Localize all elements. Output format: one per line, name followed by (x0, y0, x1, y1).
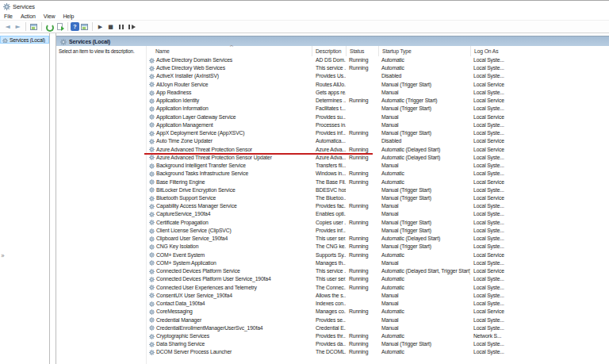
show-console-tree-icon[interactable] (29, 22, 39, 32)
gear-icon (3, 3, 10, 10)
toolbar: ◄►?▶■ (0, 21, 609, 33)
service-status (346, 316, 378, 324)
service-row[interactable]: Application IdentityDetermines ...Runnin… (147, 97, 609, 105)
service-row[interactable]: Connected Devices Platform User Service_… (147, 275, 609, 283)
service-description: Supports Sy... (312, 251, 346, 259)
service-row[interactable]: Background Tasks Infrastructure ServiceW… (147, 170, 609, 178)
service-status (346, 324, 378, 332)
service-startup-type: Manual (378, 292, 470, 300)
menu-action[interactable]: Action (17, 13, 40, 19)
service-startup-type: Manual (Trigger Start) (378, 105, 470, 113)
service-row[interactable]: Application InformationFacilitates t...M… (147, 105, 609, 113)
service-name: Bluetooth Support Service (156, 194, 216, 202)
service-status (346, 210, 378, 218)
service-row[interactable]: AllJoyn Router ServiceRoutes AllJo...Man… (147, 81, 609, 89)
service-row[interactable]: Certificate PropagationCopies user ...Ru… (147, 219, 609, 227)
service-description: The DCOML... (312, 348, 346, 356)
service-name-cell: Background Intelligent Transfer Service (147, 162, 312, 170)
stop-service-icon[interactable]: ■ (105, 22, 116, 32)
service-logon-as: Local Service (470, 146, 609, 154)
service-row[interactable]: Background Intelligent Transfer ServiceT… (147, 162, 609, 170)
column-header-status[interactable]: Status (346, 46, 378, 56)
service-description: Routes AllJo... (312, 81, 346, 89)
gear-icon (149, 171, 155, 177)
service-row[interactable]: CaptureService_190fa4Enables opti...Manu… (147, 210, 609, 218)
refresh-icon[interactable] (44, 22, 55, 32)
service-row[interactable]: Azure Advanced Threat Protection SensorA… (147, 146, 609, 154)
service-startup-type: Automatic (378, 170, 470, 178)
service-row[interactable]: Client License Service (ClipSVC)Provides… (147, 227, 609, 235)
service-description: Enables opti... (312, 210, 346, 218)
service-row[interactable]: DCOM Server Process LauncherThe DCOML...… (147, 348, 609, 356)
service-status (346, 162, 378, 170)
gear-icon (149, 309, 155, 315)
service-name-cell: Data Sharing Service (147, 340, 312, 348)
service-status: Running (346, 178, 378, 186)
service-row[interactable]: Connected User Experiences and Telemetry… (147, 284, 609, 292)
service-row[interactable]: AppX Deployment Service (AppXSVC)Provide… (147, 129, 609, 137)
services-pane: Services (Local) Select an item to view … (56, 33, 609, 364)
tree-item-services-local[interactable]: Services (Local) (0, 36, 49, 44)
menu-file[interactable]: File (0, 13, 17, 19)
column-header-startup-type[interactable]: Startup Type (378, 46, 470, 56)
service-row[interactable]: Clipboard User Service_190fa4This user s… (147, 235, 609, 243)
service-name: Application Layer Gateway Service (156, 113, 236, 121)
service-name: Credential Manager (156, 316, 201, 324)
show-hide-pane-icon[interactable] (79, 22, 90, 32)
forward-icon[interactable]: ► (13, 22, 23, 32)
service-row[interactable]: Active Directory Web ServicesThis servic… (147, 64, 609, 72)
service-logon-as: Local Syste... (470, 235, 609, 243)
service-row[interactable]: CredentialEnrollmentManagerUserSvc_190fa… (147, 324, 609, 332)
menu-help[interactable]: Help (59, 13, 78, 19)
restart-service-icon[interactable] (126, 22, 136, 32)
service-logon-as: Local Syste... (470, 284, 609, 292)
service-description: The Bluetoo... (312, 194, 346, 202)
column-header-log-on-as[interactable]: Log On As (470, 46, 609, 56)
service-row[interactable]: Azure Advanced Threat Protection Sensor … (147, 154, 609, 162)
service-row[interactable]: Base Filtering EngineThe Base Fil...Runn… (147, 178, 609, 186)
help-icon[interactable]: ? (71, 22, 79, 31)
service-row[interactable]: Auto Time Zone UpdaterAutomatica...Disab… (147, 137, 609, 145)
service-name: Clipboard User Service_190fa4 (156, 235, 228, 243)
service-rows: Active Directory Domain ServicesAD DS Do… (147, 56, 609, 357)
service-row[interactable]: App ReadinessGets apps re...ManualLocal … (147, 89, 609, 97)
service-row[interactable]: Contact Data_190fa4Indexes con...ManualL… (147, 300, 609, 308)
service-status: Running (346, 219, 378, 227)
service-logon-as: Local Syste... (470, 121, 609, 129)
service-row[interactable]: ConsentUX User Service_190fa4Allows the … (147, 292, 609, 300)
gear-icon (149, 236, 155, 242)
service-name: Auto Time Zone Updater (156, 137, 213, 145)
service-row[interactable]: Capability Access Manager ServiceProvide… (147, 202, 609, 210)
service-row[interactable]: COM+ System ApplicationManages th...Manu… (147, 259, 609, 267)
export-list-icon[interactable] (55, 22, 65, 32)
service-row[interactable]: Active Directory Domain ServicesAD DS Do… (147, 56, 609, 64)
service-row[interactable]: COM+ Event SystemSupports Sy...RunningAu… (147, 251, 609, 259)
service-name: COM+ Event System (156, 251, 205, 259)
service-row[interactable]: Credential ManagerProvides se...ManualLo… (147, 316, 609, 324)
pane-splitter[interactable] (50, 33, 56, 364)
column-header-description[interactable]: Description (312, 46, 346, 56)
service-row[interactable]: CNG Key IsolationThe CNG ke...RunningMan… (147, 243, 609, 251)
service-row[interactable]: Application ManagementProcesses in...Man… (147, 121, 609, 129)
back-icon[interactable]: ◄ (2, 22, 13, 32)
menu-view[interactable]: View (40, 13, 59, 19)
service-logon-as: Local Syste... (470, 64, 609, 72)
service-logon-as: Local Syste... (470, 105, 609, 113)
gear-icon (149, 260, 155, 266)
pause-service-icon[interactable] (116, 22, 126, 32)
service-logon-as: Local Service (470, 97, 609, 105)
service-startup-type: Automatic (378, 178, 470, 186)
service-description: This service ... (312, 64, 346, 72)
window-title: Services (13, 3, 35, 10)
service-row[interactable]: Data Sharing ServiceProvides da...Runnin… (147, 340, 609, 348)
service-row[interactable]: BitLocker Drive Encryption ServiceBDESVC… (147, 186, 609, 194)
start-service-icon[interactable]: ▶ (95, 22, 105, 32)
service-status: Running (346, 332, 378, 340)
tree-overflow-chevron-icon[interactable]: » (1, 252, 5, 259)
service-row[interactable]: CoreMessagingManages co...RunningAutomat… (147, 308, 609, 316)
service-row[interactable]: Connected Devices Platform ServiceThis s… (147, 267, 609, 275)
service-row[interactable]: Cryptographic ServicesProvides thr...Run… (147, 332, 609, 340)
service-row[interactable]: Bluetooth Support ServiceThe Bluetoo...M… (147, 194, 609, 202)
service-row[interactable]: Application Layer Gateway ServiceProvide… (147, 113, 609, 121)
service-row[interactable]: ActiveX Installer (AxInstSV)Provides Us.… (147, 72, 609, 80)
